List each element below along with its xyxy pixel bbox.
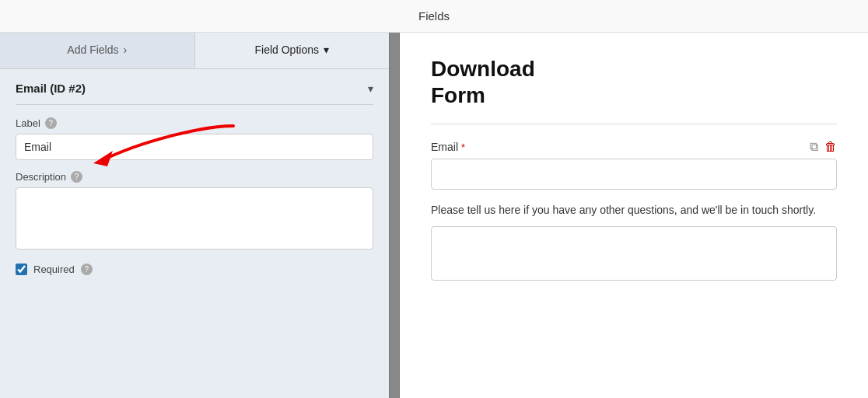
preview-email-group: Email * ⧉ 🗑 (431, 140, 837, 190)
scrollbar-divider[interactable] (389, 33, 400, 398)
preview-description-textarea (431, 226, 837, 281)
tab-add-fields-icon: › (123, 44, 127, 56)
tab-field-options-label: Field Options (255, 44, 319, 56)
required-label-text: Required (33, 264, 75, 275)
tab-field-options-icon: ▾ (324, 44, 329, 56)
tab-add-fields[interactable]: Add Fields › (0, 33, 195, 68)
preview-email-label-text: Email (431, 141, 458, 153)
preview-actions: ⧉ 🗑 (810, 140, 837, 154)
description-row: Description ? (16, 171, 373, 183)
tab-add-fields-label: Add Fields (67, 44, 118, 56)
page-header: Fields (0, 0, 868, 33)
description-textarea[interactable] (16, 187, 373, 250)
required-row: Required ? (16, 264, 373, 275)
right-panel: DownloadForm Email * ⧉ 🗑 Please tell us … (400, 33, 868, 398)
email-row: Email (ID #2) ▾ (16, 82, 373, 105)
left-panel: Add Fields › Field Options ▾ Email (ID #… (0, 33, 389, 398)
label-help-icon[interactable]: ? (45, 117, 57, 129)
description-text: Description (16, 171, 66, 183)
tab-bar: Add Fields › Field Options ▾ (0, 33, 389, 69)
required-checkbox[interactable] (16, 264, 27, 275)
label-group: Label ? (16, 117, 373, 160)
label-input-container (16, 134, 373, 160)
field-options-body: Email (ID #2) ▾ Label ? (0, 69, 389, 398)
description-group: Description ? (16, 171, 373, 253)
required-help-icon[interactable]: ? (81, 264, 93, 275)
main-content: Add Fields › Field Options ▾ Email (ID #… (0, 33, 868, 398)
page-title: Fields (418, 9, 450, 23)
label-text: Label (16, 117, 40, 129)
copy-icon[interactable]: ⧉ (810, 140, 818, 154)
delete-icon[interactable]: 🗑 (824, 140, 837, 154)
form-divider (431, 124, 837, 124)
preview-email-label-left: Email * (431, 141, 465, 153)
chevron-down-icon[interactable]: ▾ (368, 82, 373, 95)
required-star: * (461, 141, 465, 153)
label-input[interactable] (16, 134, 373, 160)
preview-email-label-row: Email * ⧉ 🗑 (431, 140, 837, 154)
preview-description-text: Please tell us here if you have any othe… (431, 202, 837, 218)
preview-email-input (431, 159, 837, 190)
label-row: Label ? (16, 117, 373, 129)
email-field-title: Email (ID #2) (16, 82, 86, 95)
description-help-icon[interactable]: ? (71, 171, 82, 183)
form-title: DownloadForm (431, 56, 837, 108)
tab-field-options[interactable]: Field Options ▾ (195, 33, 390, 68)
preview-description-group: Please tell us here if you have any othe… (431, 202, 837, 281)
